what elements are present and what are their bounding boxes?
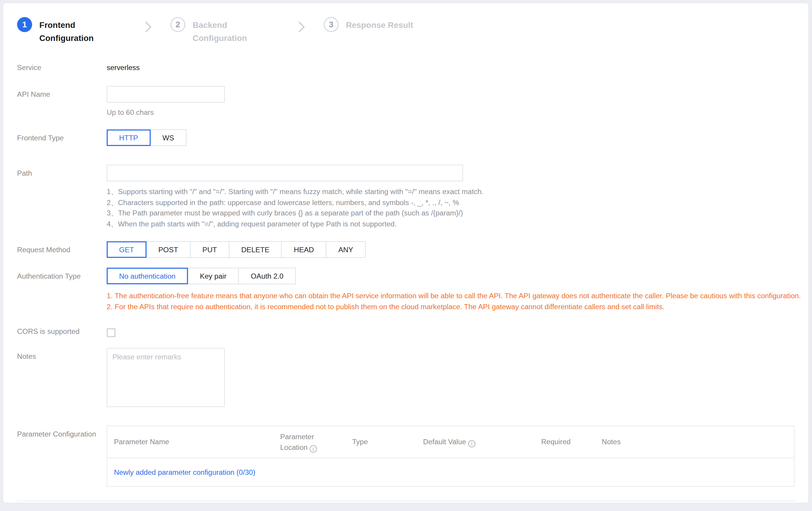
- parameter-table-header: Parameter Name Parameter Locationi Type …: [107, 426, 794, 458]
- auth-key-pair-button[interactable]: Key pair: [187, 268, 239, 284]
- api-name-input[interactable]: [107, 86, 225, 103]
- frontend-configuration-form: Service serverless API Name Up to 60 cha…: [17, 62, 794, 511]
- authentication-warnings: 1. The authentication-free feature means…: [107, 291, 801, 312]
- path-hint-2: 2、Characters supported in the path: uppe…: [107, 197, 484, 208]
- column-required-label: Required: [541, 437, 571, 448]
- parameter-configuration-table: Parameter Name Parameter Locationi Type …: [107, 425, 794, 487]
- request-method-any-button[interactable]: ANY: [326, 241, 366, 258]
- column-default-value-text: Default Value: [423, 438, 466, 446]
- cors-label: CORS is supported: [17, 326, 107, 337]
- service-value: serverless: [107, 62, 140, 72]
- step-1-label: Frontend Configuration: [39, 17, 97, 44]
- path-input[interactable]: [107, 165, 463, 181]
- path-label: Path: [17, 165, 107, 229]
- request-method-head-button[interactable]: HEAD: [281, 241, 326, 258]
- step-chevron-icon: [298, 21, 305, 35]
- screen: 1 Frontend Configuration 2 Backend Confi…: [0, 0, 812, 511]
- api-name-label: API Name: [17, 86, 107, 118]
- step-frontend-configuration: 1 Frontend Configuration: [17, 17, 97, 44]
- frontend-configuration-panel: 1 Frontend Configuration 2 Backend Confi…: [3, 3, 809, 503]
- column-default-value-label: Default Valuei: [423, 437, 475, 448]
- parameter-table-add-row: Newly added parameter configuration (0/3…: [107, 458, 794, 486]
- step-3-circle: 3: [324, 17, 339, 32]
- step-2-circle: 2: [170, 17, 185, 32]
- request-method-post-button[interactable]: POST: [146, 241, 191, 258]
- column-parameter-name-label: Parameter Name: [114, 437, 169, 448]
- step-backend-configuration: 2 Backend Configuration: [170, 17, 251, 44]
- step-2-label: Backend Configuration: [193, 17, 251, 44]
- request-method-group: GET POST PUT DELETE HEAD ANY: [107, 241, 366, 258]
- request-method-get-button[interactable]: GET: [107, 241, 146, 258]
- stepper: 1 Frontend Configuration 2 Backend Confi…: [17, 17, 794, 44]
- request-method-delete-button[interactable]: DELETE: [229, 241, 282, 258]
- frontend-type-ws-button[interactable]: WS: [150, 129, 186, 146]
- info-icon[interactable]: i: [310, 445, 317, 453]
- column-parameter-location: Parameter Locationi: [273, 431, 345, 453]
- request-method-label: Request Method: [17, 241, 107, 258]
- path-hint-1: 1、Supports starting with "/" and "=/". S…: [107, 186, 484, 197]
- path-hint-4: 4、When the path starts with "=/", adding…: [107, 218, 484, 229]
- column-notes-label: Notes: [602, 437, 621, 448]
- step-1-circle: 1: [17, 17, 32, 32]
- authentication-type-label: Authentication Type: [17, 268, 107, 312]
- column-default-value: Default Valuei: [416, 437, 534, 448]
- notes-label: Notes: [17, 348, 107, 407]
- path-hint-3: 3、The Path parameter must be wrapped wit…: [107, 208, 484, 218]
- path-hints: 1、Supports starting with "/" and "=/". S…: [107, 186, 484, 229]
- auth-oauth-button[interactable]: OAuth 2.0: [238, 268, 296, 284]
- notes-textarea[interactable]: [107, 348, 225, 407]
- auth-no-authentication-button[interactable]: No authentication: [107, 268, 188, 284]
- auth-warning-2: 2. For the APIs that require no authenti…: [107, 301, 801, 312]
- api-name-hint: Up to 60 chars: [107, 107, 225, 118]
- cors-checkbox[interactable]: [107, 328, 115, 337]
- column-required: Required: [534, 437, 595, 448]
- step-3-label: Response Result: [346, 17, 413, 32]
- request-method-put-button[interactable]: PUT: [190, 241, 229, 258]
- footer-divider: [17, 501, 796, 501]
- authentication-type-group: No authentication Key pair OAuth 2.0: [107, 268, 801, 284]
- service-label: Service: [17, 62, 107, 72]
- frontend-type-http-button[interactable]: HTTP: [107, 129, 150, 146]
- column-notes: Notes: [595, 437, 794, 448]
- frontend-type-label: Frontend Type: [17, 129, 107, 146]
- column-type-label: Type: [352, 437, 368, 448]
- auth-warning-1: 1. The authentication-free feature means…: [107, 291, 801, 301]
- add-parameter-link[interactable]: Newly added parameter configuration (0/3…: [114, 468, 256, 476]
- step-chevron-icon: [145, 21, 152, 35]
- frontend-type-group: HTTP WS: [107, 129, 186, 146]
- column-parameter-location-text: Parameter Location: [280, 432, 314, 451]
- info-icon[interactable]: i: [468, 440, 475, 447]
- column-type: Type: [345, 437, 416, 448]
- parameter-configuration-label: Parameter Configuration: [17, 425, 107, 487]
- column-parameter-location-label: Parameter Locationi: [280, 431, 324, 453]
- step-response-result: 3 Response Result: [324, 17, 413, 32]
- column-parameter-name: Parameter Name: [107, 437, 273, 448]
